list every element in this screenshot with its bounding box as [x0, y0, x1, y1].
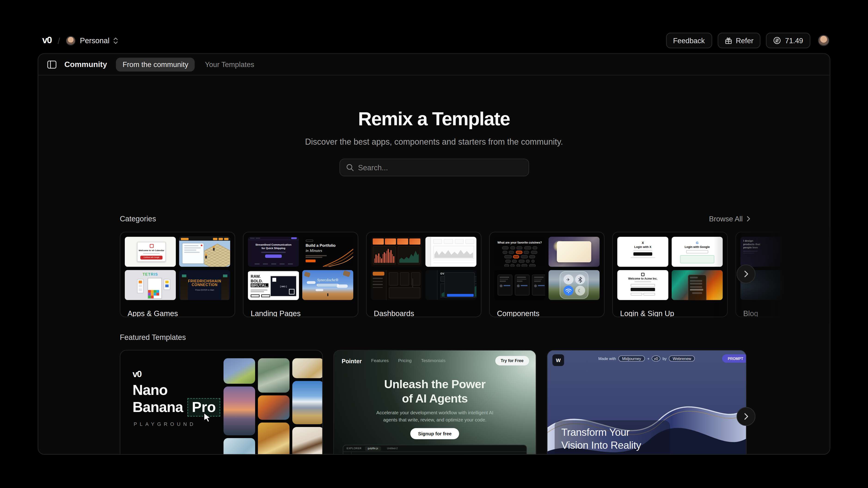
category-card-components[interactable]: What are your favorite cuisines?	[489, 232, 604, 317]
pointer-heading-line1: Unleash the Power	[384, 377, 486, 390]
featured-card-nano-banana-pro[interactable]: v0 Nano Banana Pro PLAYGROUND	[120, 350, 322, 455]
gift-icon	[725, 37, 732, 44]
tab-from-the-community[interactable]: From the community	[116, 57, 195, 71]
category-card-dashboards[interactable]: OVERVIEW Dashboards	[366, 232, 482, 317]
team-avatar	[66, 36, 75, 45]
pointer-brand: Pointer	[342, 358, 362, 364]
pointer-nav-testimonials: Testimonials	[421, 358, 445, 363]
editor-tab-gulpfile: gulpfile.js	[365, 446, 381, 451]
refer-label: Refer	[736, 36, 753, 44]
photo-thumbnail-pills	[292, 358, 323, 378]
bluetooth-icon	[575, 274, 585, 284]
category-label: Apps & Games	[128, 309, 235, 317]
page: v0 / Personal Feedback Refer	[0, 0, 868, 488]
pointer-subtitle-line1: Accelerate your development workflow wit…	[376, 410, 493, 416]
featured-next-button[interactable]	[737, 407, 755, 426]
hero-section: Remix a Template Discover the best apps,…	[38, 108, 830, 176]
photo-thumbnail-tapestry	[258, 358, 289, 393]
category-card-landing-pages[interactable]: Streamlined Communication for Quick Ship…	[243, 232, 358, 317]
photo-thumbnail-crystal	[223, 438, 255, 455]
categories-label: Categories	[120, 215, 156, 223]
x-logo: X	[617, 241, 668, 244]
calendar-title: Welcome to v0 Calendar	[137, 249, 165, 252]
isometric-game-thumbnail	[179, 237, 230, 267]
signup-for-free-button: Signup for free	[410, 428, 459, 439]
login-google-title: Login with Google	[672, 245, 723, 248]
category-label: Login & Sign Up	[620, 309, 727, 317]
editor-tab-untitled: Untitled-2	[384, 446, 400, 451]
blog-portfolio-thumbnail: I design products that people love	[740, 237, 792, 267]
tetris-game-thumbnail: TETRIS	[125, 270, 176, 300]
blog-portfolio-title: I design products that people love	[743, 240, 762, 249]
categories-next-button[interactable]	[737, 265, 755, 283]
photo-thumbnail-people	[258, 395, 289, 420]
friedrichshain-game-thumbnail: FRIEDRICHSHAIN CONNECTION Press ENTER to…	[179, 270, 230, 300]
brutal-word-1: RAW.	[251, 274, 261, 278]
featured-card-pointer-ai[interactable]: Pointer Features Pricing Testimonials Tr…	[333, 350, 536, 455]
cursor-icon	[204, 413, 213, 423]
airplane-icon: ✈	[563, 274, 573, 284]
team-switcher[interactable]: Personal	[66, 36, 118, 45]
gradient-card-thumbnail	[549, 237, 600, 267]
calendar-google-button: Continue with Google	[140, 255, 162, 260]
featured-card-webrenew[interactable]: W Made with Midjourney + v0 by Webrenew …	[547, 350, 746, 455]
community-header: Community From the community Your Templa…	[38, 54, 830, 75]
page-title: Community	[64, 60, 107, 69]
category-card-login-signup[interactable]: X Login with X G Login with Google	[612, 232, 728, 317]
hero-title: Remix a Template	[38, 108, 830, 129]
v0-logo[interactable]: v0	[42, 35, 52, 46]
pointer-heading-line2: of AI Agents	[402, 392, 467, 405]
orange-waves-graphic	[323, 248, 353, 267]
feedback-label: Feedback	[673, 36, 705, 44]
webrenew-pill: Webrenew	[669, 355, 695, 361]
category-label: Blog	[743, 309, 830, 317]
by-label: by	[662, 357, 667, 361]
category-card-apps-games[interactable]: Welcome to v0 Calendar Continue with Goo…	[120, 232, 235, 317]
featured-templates-label: Featured Templates	[120, 333, 186, 341]
pointer-nav-pricing: Pricing	[398, 358, 412, 363]
brutal-word-3: BRUTAL.	[251, 283, 269, 287]
hero-subtitle: Discover the best apps, components and s…	[38, 137, 830, 147]
panel-left-icon[interactable]	[47, 60, 57, 68]
img-placeholder-label: [ IMG ]	[280, 285, 287, 287]
thumbnail-grid: Welcome to v0 Calendar Continue with Goo…	[120, 233, 235, 305]
pointer-heading: Unleash the Power of AI Agents	[334, 377, 536, 406]
google-logo: G	[672, 241, 723, 244]
moon-icon: ☾	[575, 285, 585, 296]
search-icon	[346, 163, 353, 172]
search-box[interactable]	[339, 158, 529, 176]
thumbnail-grid: OVERVIEW	[367, 233, 481, 305]
user-avatar[interactable]	[818, 35, 829, 46]
tetris-title: TETRIS	[125, 272, 176, 276]
pointer-subtitle-line2: agents that write, review, and optimize …	[383, 417, 487, 423]
v0-pill: v0	[652, 355, 660, 361]
made-with-label: Made with	[598, 357, 616, 361]
explorer-label: EXPLORER	[347, 447, 362, 450]
blog-thumbnail	[795, 237, 830, 267]
brutal-word-2: BOLD.	[251, 279, 263, 283]
browse-all-label: Browse All	[709, 215, 743, 223]
credits-button[interactable]: 71.49	[766, 33, 810, 48]
cuisine-picker-thumbnail: What are your favorite cuisines?	[494, 237, 545, 267]
refer-button[interactable]: Refer	[718, 33, 761, 48]
featured-section-header: Featured Templates	[120, 333, 750, 341]
gradient-mobile-login-thumbnail	[672, 270, 723, 300]
feedback-button[interactable]: Feedback	[666, 33, 712, 48]
credits-value: 71.49	[785, 36, 803, 44]
tab-your-templates[interactable]: Your Templates	[198, 57, 261, 71]
browse-all-link[interactable]: Browse All	[709, 215, 750, 223]
login-google-thumbnail: G Login with Google	[672, 237, 723, 267]
acme-login-thumbnail: Welcome to Acme Inc.	[617, 270, 668, 300]
login-x-thumbnail: X Login with X	[617, 237, 668, 267]
search-input[interactable]	[358, 163, 522, 172]
calendar-logo-icon	[150, 244, 153, 248]
portfolio-title-2: in Minutes	[306, 248, 322, 253]
photo-column	[258, 358, 289, 455]
photo-thumbnail-mountain-sky	[292, 381, 323, 424]
control-center-thumbnail: ✈ ☾	[549, 270, 600, 300]
category-label: Dashboards	[374, 309, 481, 317]
v0-logo: v0	[133, 369, 142, 379]
category-label: Components	[497, 309, 604, 317]
brutalist-landing-thumbnail: RAW. BOLD. BRUTAL. [ IMG ]	[248, 270, 299, 300]
cuisines-title: What are your favorite cuisines?	[494, 241, 545, 244]
